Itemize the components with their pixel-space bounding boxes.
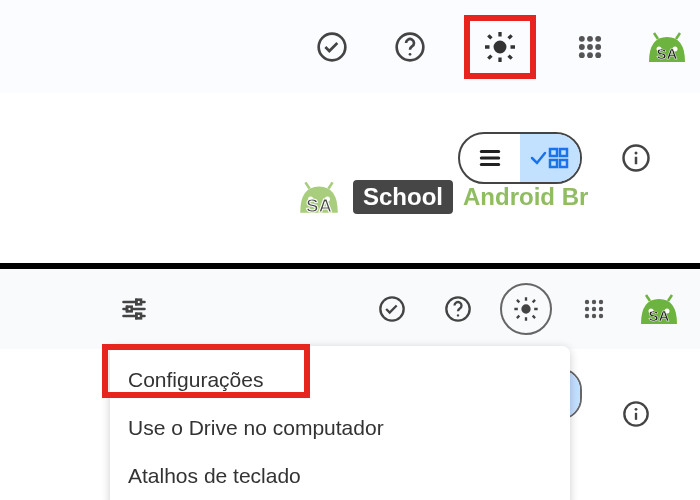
- android-icon: SA: [295, 173, 343, 221]
- svg-point-11: [587, 52, 593, 58]
- svg-point-8: [587, 44, 593, 50]
- svg-point-9: [595, 44, 601, 50]
- top-toolbar: SA: [0, 0, 700, 93]
- svg-point-54: [599, 314, 603, 318]
- svg-line-16: [676, 33, 680, 39]
- svg-rect-23: [550, 160, 557, 167]
- settings-dropdown: Configurações Use o Drive no computador …: [110, 346, 570, 500]
- svg-point-44: [457, 314, 459, 316]
- sa-logo: SA: [644, 27, 690, 67]
- svg-point-47: [592, 300, 596, 304]
- svg-rect-21: [550, 149, 557, 156]
- watermark-android: Android Br: [463, 183, 588, 211]
- svg-point-53: [592, 314, 596, 318]
- svg-point-49: [585, 307, 589, 311]
- svg-rect-22: [560, 149, 567, 156]
- svg-point-50: [592, 307, 596, 311]
- svg-point-4: [579, 35, 585, 41]
- help-button[interactable]: [386, 23, 434, 71]
- svg-rect-24: [560, 160, 567, 167]
- tune-button[interactable]: [110, 285, 158, 333]
- help-button-bottom[interactable]: [434, 285, 482, 333]
- svg-line-15: [654, 33, 658, 39]
- svg-point-51: [599, 307, 603, 311]
- svg-line-58: [668, 295, 672, 301]
- svg-text:SA: SA: [649, 307, 670, 324]
- menu-item-keyboard-shortcuts[interactable]: Atalhos de teclado: [110, 452, 570, 500]
- settings-highlight-box: [464, 15, 536, 79]
- svg-point-65: [635, 408, 638, 411]
- svg-point-26: [635, 152, 638, 155]
- svg-point-6: [595, 35, 601, 41]
- svg-point-2: [409, 53, 412, 56]
- svg-point-48: [599, 300, 603, 304]
- offline-ready-button-bottom[interactable]: [368, 285, 416, 333]
- info-button[interactable]: [612, 134, 660, 182]
- svg-text:SA: SA: [657, 45, 678, 62]
- svg-point-12: [595, 52, 601, 58]
- menu-item-drive-desktop[interactable]: Use o Drive no computador: [110, 404, 570, 452]
- svg-line-31: [328, 182, 332, 188]
- svg-point-46: [585, 300, 589, 304]
- svg-text:SA: SA: [306, 195, 333, 216]
- watermark-school: School: [351, 178, 455, 216]
- view-controls-row: SA School Android Br: [0, 93, 700, 263]
- svg-point-10: [579, 52, 585, 58]
- svg-line-57: [646, 295, 650, 301]
- settings-button[interactable]: [476, 23, 524, 71]
- menu-item-settings[interactable]: Configurações: [110, 356, 570, 404]
- svg-point-45: [523, 306, 530, 313]
- settings-button-bottom[interactable]: [500, 283, 552, 335]
- svg-point-5: [587, 35, 593, 41]
- apps-button-bottom[interactable]: [570, 285, 618, 333]
- apps-button[interactable]: [566, 23, 614, 71]
- svg-point-52: [585, 314, 589, 318]
- watermark: SA School Android Br: [295, 173, 588, 221]
- info-button-bottom[interactable]: [612, 390, 660, 438]
- svg-point-7: [579, 44, 585, 50]
- offline-ready-button[interactable]: [308, 23, 356, 71]
- bottom-toolbar: SA: [0, 269, 700, 349]
- svg-line-30: [305, 182, 309, 188]
- svg-point-3: [495, 42, 505, 52]
- sa-logo-bottom: SA: [636, 289, 682, 329]
